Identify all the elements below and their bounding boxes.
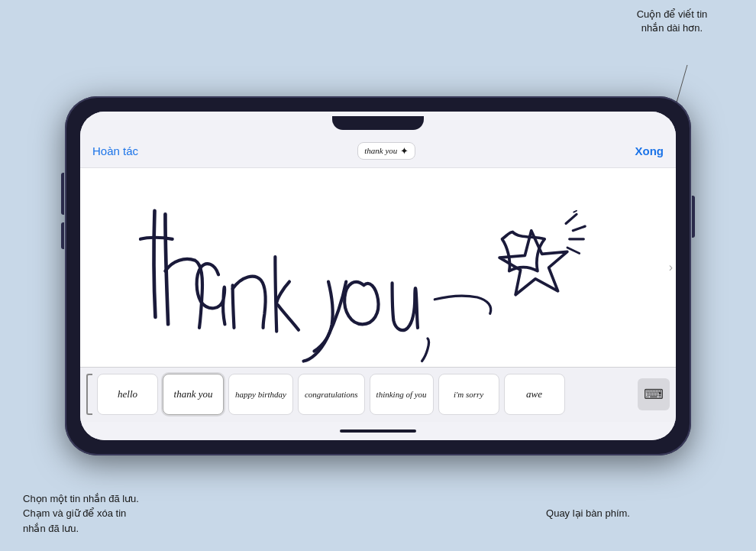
done-button[interactable]: Xong (635, 144, 664, 157)
sticker-bar: hello thank you happy birthday congratul… (80, 367, 676, 422)
sticker-im-sorry[interactable]: i'm sorry (438, 374, 499, 415)
svg-line-9 (567, 248, 580, 253)
sticker-hello[interactable]: hello (97, 374, 158, 415)
home-bar (80, 422, 676, 440)
sticker-happy-birthday[interactable]: happy birthday (228, 374, 293, 415)
svg-line-7 (573, 226, 585, 231)
sticker-awe[interactable]: awe (504, 374, 565, 415)
preview-text: thank you (364, 146, 397, 155)
sticker-thank-you[interactable]: thank you (163, 374, 224, 415)
keyboard-icon: ⌨ (644, 386, 664, 403)
phone-screen: Hoàn tác thank you ✦ Xong (80, 112, 676, 440)
saved-messages-bracket (86, 374, 92, 415)
sticker-thinking-of-you[interactable]: thinking of you (370, 374, 434, 415)
keyboard-button[interactable]: ⌨ (638, 378, 670, 410)
callout-top-right: Cuộn để viết tin nhắn dài hơn. (611, 8, 733, 35)
header-bar: Hoàn tác thank you ✦ Xong (80, 135, 676, 168)
phone-frame: Hoàn tác thank you ✦ Xong (65, 96, 691, 455)
preview-star-icon: ✦ (400, 145, 409, 157)
notch-bar (80, 112, 676, 135)
svg-line-10 (573, 210, 577, 212)
volume-up-button[interactable] (61, 188, 64, 215)
drawing-canvas[interactable]: › (80, 168, 676, 367)
notch (332, 116, 424, 130)
scroll-arrow-icon[interactable]: › (669, 261, 673, 274)
sticker-congratulations[interactable]: congratulations (298, 374, 365, 415)
preview-thumbnail: thank you ✦ (357, 142, 415, 160)
handwriting-svg (80, 168, 676, 367)
volume-down-button[interactable] (61, 222, 64, 249)
svg-line-6 (566, 214, 577, 223)
power-button[interactable] (692, 196, 695, 238)
callout-bottom-left: Chọn một tin nhắn đã lưu. Chạm và giữ để… (23, 491, 176, 536)
home-indicator[interactable] (340, 429, 416, 433)
callout-bottom-right: Quay lại bàn phím. (527, 506, 649, 521)
undo-button[interactable]: Hoàn tác (92, 144, 138, 157)
